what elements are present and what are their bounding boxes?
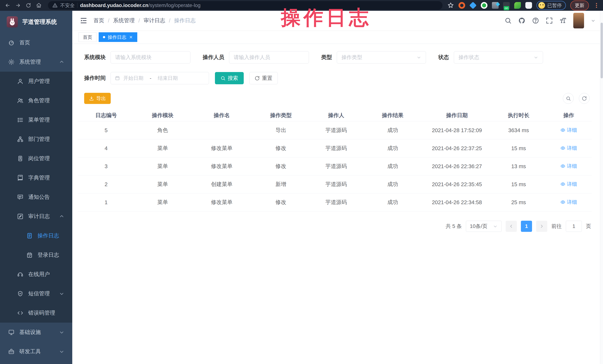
sidebar-item-label: 角色管理 [28, 97, 50, 104]
page-number-1[interactable]: 1 [521, 221, 532, 232]
url-host: dashboard.yudao.iocoder.cn [80, 3, 149, 8]
bookmark-star-icon[interactable] [447, 2, 454, 9]
sidebar-item-dev-tools[interactable]: 研发工具 [0, 342, 72, 361]
browser-bar: 不安全 dashboard.yudao.iocoder.cn/system/lo… [0, 0, 603, 11]
type-select[interactable]: 操作类型 [337, 51, 426, 64]
page-size-select[interactable]: 10条/页 [466, 221, 502, 232]
breadcrumb-item-1[interactable]: 系统管理 [113, 17, 135, 24]
sidebar-item-infrastructure[interactable]: 基础设施 [0, 323, 72, 342]
cell-actions: 详细 [545, 163, 592, 170]
table-row: 4菜单修改菜单修改芋道源码成功2021-04-26 22:37:2515 ms详… [78, 139, 592, 157]
tab-operate-log[interactable]: 操作日志 [99, 32, 137, 42]
date-separator: - [147, 75, 154, 81]
extension-green-circle-icon[interactable] [481, 2, 487, 9]
fullscreen-icon[interactable] [546, 17, 553, 24]
goto-page-input[interactable] [566, 221, 582, 232]
sidebar-item-dict-management[interactable]: 字典管理 [0, 168, 72, 188]
update-button[interactable]: 更新 [570, 0, 589, 11]
tool-icon [8, 348, 14, 355]
paused-extension-button[interactable]: 已暂停 [536, 1, 566, 10]
detail-link[interactable]: 详细 [560, 163, 577, 169]
reload-icon[interactable] [24, 1, 33, 10]
cell-6: 2021-04-26 22:37:25 [422, 145, 492, 152]
gear-icon [8, 59, 14, 65]
chat-icon [17, 194, 23, 200]
cell-3: 修改 [253, 163, 309, 170]
font-size-icon[interactable] [559, 17, 567, 24]
forward-icon[interactable] [14, 1, 22, 10]
calendar-icon [115, 76, 120, 81]
doc-icon [26, 232, 33, 239]
breadcrumb-separator: / [139, 18, 140, 24]
chevron-down-icon[interactable] [591, 18, 596, 23]
breadcrumb-item-0[interactable]: 首页 [93, 17, 104, 24]
operator-input[interactable] [229, 51, 309, 64]
extension-white-shape-icon[interactable] [525, 2, 532, 9]
sidebar-item-menu-management[interactable]: 菜单管理 [0, 110, 72, 130]
module-input[interactable] [111, 51, 190, 64]
reset-button[interactable]: 重置 [249, 72, 278, 84]
shield-icon [17, 290, 23, 297]
help-icon[interactable] [532, 17, 539, 24]
sidebar-item-label: 系统管理 [19, 58, 41, 66]
search-icon[interactable] [505, 17, 512, 24]
sidebar-item-label: 短信管理 [28, 290, 50, 297]
sidebar-item-notice[interactable]: 通知公告 [0, 188, 72, 207]
app-logo-row[interactable]: 芋道管理系统 [0, 11, 72, 33]
sidebar-item-dept-management[interactable]: 部门管理 [0, 130, 72, 149]
cell-7: 13 ms [492, 163, 545, 169]
table-tools [563, 93, 590, 104]
detail-link[interactable]: 详细 [560, 181, 577, 188]
vertical-scrollbar[interactable] [600, 11, 603, 364]
browser-menu-icon[interactable] [593, 2, 600, 9]
next-page-button[interactable] [536, 221, 547, 232]
address-bar[interactable]: 不安全 dashboard.yudao.iocoder.cn/system/lo… [48, 1, 442, 10]
cell-actions: 详细 [545, 181, 592, 188]
sidebar-item-user-management[interactable]: 用户管理 [0, 72, 72, 91]
sidebar-item-login-log[interactable]: 登录日志 [0, 245, 72, 265]
operate-log-table: 日志编号操作模块操作名操作类型操作人操作结果操作日期执行时长操作 5角色导出芋道… [78, 110, 592, 211]
avatar[interactable] [573, 13, 584, 28]
sidebar-item-post-management[interactable]: 岗位管理 [0, 149, 72, 168]
date-range-picker[interactable]: 开始日期 - 结束日期 [111, 72, 209, 84]
detail-link[interactable]: 详细 [560, 145, 577, 152]
sidebar-item-errcode-management[interactable]: 错误码管理 [0, 303, 72, 323]
cell-4: 芋道源码 [309, 163, 363, 170]
sidebar-toggle-icon[interactable] [80, 17, 88, 24]
sidebar-item-role-management[interactable]: 角色管理 [0, 91, 72, 110]
browser-actions: on 已暂停 更新 [447, 0, 600, 11]
extension-orange-ring-icon[interactable] [458, 2, 465, 9]
refresh-table-icon[interactable] [579, 93, 590, 104]
sidebar-item-operate-log[interactable]: 操作日志 [0, 226, 72, 245]
breadcrumb-item-2[interactable]: 审计日志 [144, 17, 165, 24]
scrollbar-thumb[interactable] [601, 23, 603, 78]
table-toolbar: 导出 [72, 93, 603, 104]
sidebar-item-system-management[interactable]: 系统管理 [0, 52, 72, 72]
cell-5: 成功 [363, 181, 422, 188]
sidebar-item-online-users[interactable]: 在线用户 [0, 265, 72, 284]
column-header-0: 日志编号 [78, 112, 134, 119]
extension-blue-gem-icon[interactable] [469, 2, 477, 9]
filter-row-2: 操作时间 开始日期 - 结束日期 搜索 重置 [72, 72, 603, 84]
extension-green-leaf-icon[interactable] [514, 2, 521, 9]
close-icon[interactable] [129, 35, 133, 39]
app-logo-icon [7, 16, 18, 27]
search-button[interactable]: 搜索 [215, 72, 244, 84]
sidebar-item-audit-log[interactable]: 审计日志 [0, 207, 72, 226]
back-icon[interactable] [3, 1, 12, 10]
github-icon[interactable] [518, 17, 525, 24]
detail-link[interactable]: 详细 [560, 199, 577, 206]
tab-home[interactable]: 首页 [79, 32, 96, 42]
module-label: 系统模块 [84, 54, 106, 61]
extension-dark-icon[interactable]: on [503, 2, 510, 9]
home-icon[interactable] [35, 1, 43, 10]
status-select[interactable]: 操作状态 [454, 51, 543, 64]
extension-gray-grid-icon[interactable] [492, 2, 499, 9]
sidebar-item-home[interactable]: 首页 [0, 33, 72, 52]
export-button[interactable]: 导出 [84, 93, 111, 104]
detail-link[interactable]: 详细 [560, 127, 577, 133]
sidebar-item-sms-management[interactable]: 短信管理 [0, 284, 72, 303]
hide-search-icon[interactable] [563, 93, 574, 104]
filter-module: 系统模块 [84, 51, 190, 64]
prev-page-button[interactable] [506, 221, 517, 232]
